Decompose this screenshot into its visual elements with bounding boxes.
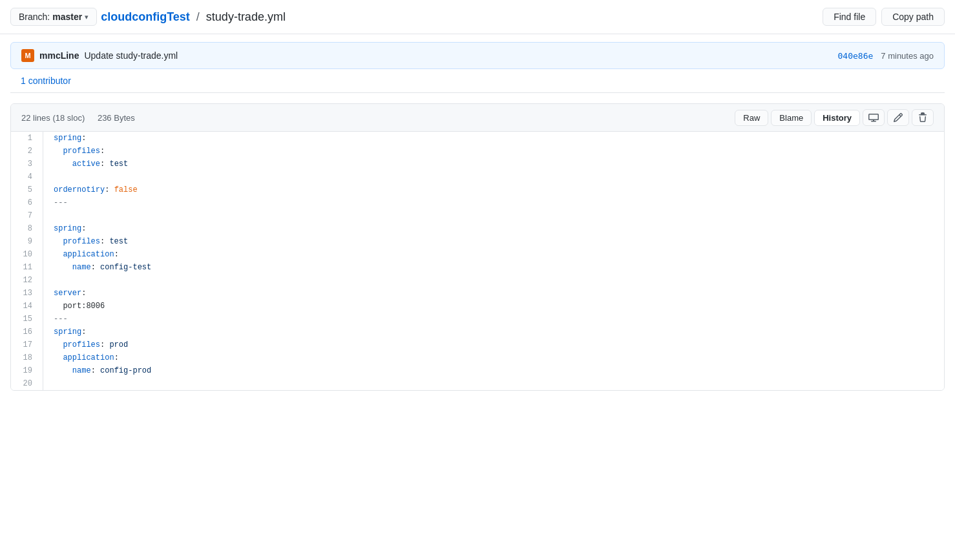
find-file-button[interactable]: Find file bbox=[823, 8, 876, 26]
file-lines: 22 lines (18 sloc) bbox=[21, 113, 85, 123]
table-row: 12 bbox=[11, 274, 944, 287]
file-size: 236 Bytes bbox=[98, 113, 135, 123]
table-row: 4 bbox=[11, 171, 944, 183]
branch-selector[interactable]: Branch: master ▾ bbox=[10, 8, 97, 26]
line-content: active: test bbox=[43, 158, 138, 171]
table-row: 17 profiles: prod bbox=[11, 338, 944, 351]
line-number: 20 bbox=[11, 377, 43, 390]
table-row: 15--- bbox=[11, 313, 944, 326]
commit-meta: 040e86e 7 minutes ago bbox=[838, 51, 934, 61]
raw-button[interactable]: Raw bbox=[735, 110, 768, 126]
code-body: 1spring:2 profiles:3 active: test4 5orde… bbox=[11, 132, 944, 390]
line-number: 13 bbox=[11, 287, 43, 300]
line-number: 14 bbox=[11, 300, 43, 313]
table-row: 13server: bbox=[11, 287, 944, 300]
table-row: 14 port:8006 bbox=[11, 300, 944, 313]
line-number: 4 bbox=[11, 171, 43, 183]
line-content: profiles: prod bbox=[43, 338, 138, 351]
table-row: 5ordernotiry: false bbox=[11, 183, 944, 196]
contributor-link[interactable]: 1 contributor bbox=[21, 76, 71, 86]
line-content bbox=[43, 209, 68, 222]
branch-name: master bbox=[52, 12, 82, 22]
line-content: profiles: test bbox=[43, 235, 138, 248]
table-row: 9 profiles: test bbox=[11, 235, 944, 248]
line-number: 17 bbox=[11, 338, 43, 351]
line-content: spring: bbox=[43, 132, 96, 145]
line-content bbox=[43, 274, 68, 287]
table-row: 20 bbox=[11, 377, 944, 390]
line-number: 18 bbox=[11, 351, 43, 364]
commit-hash[interactable]: 040e86e bbox=[838, 51, 874, 61]
top-bar: Branch: master ▾ cloudconfigTest / study… bbox=[0, 0, 955, 34]
line-number: 6 bbox=[11, 196, 43, 209]
line-content: server: bbox=[43, 287, 96, 300]
copy-path-button[interactable]: Copy path bbox=[881, 8, 945, 26]
commit-time: 7 minutes ago bbox=[881, 51, 934, 61]
table-row: 19 name: config-prod bbox=[11, 364, 944, 377]
line-number: 11 bbox=[11, 261, 43, 274]
commit-bar: M mmcLine Update study-trade.yml 040e86e… bbox=[10, 42, 945, 69]
table-row: 18 application: bbox=[11, 351, 944, 364]
table-row: 7 bbox=[11, 209, 944, 222]
contributor-bar: 1 contributor bbox=[10, 69, 945, 93]
line-content: --- bbox=[43, 196, 78, 209]
history-button[interactable]: History bbox=[814, 110, 860, 126]
table-row: 11 name: config-test bbox=[11, 261, 944, 274]
commit-info: M mmcLine Update study-trade.yml bbox=[21, 49, 178, 62]
line-content: name: config-test bbox=[43, 261, 162, 274]
branch-label: Branch: bbox=[19, 12, 50, 22]
commit-message: Update study-trade.yml bbox=[84, 50, 178, 61]
line-number: 7 bbox=[11, 209, 43, 222]
file-name: study-trade.yml bbox=[206, 10, 286, 24]
line-number: 2 bbox=[11, 145, 43, 158]
chevron-down-icon: ▾ bbox=[85, 13, 89, 21]
file-meta: 22 lines (18 sloc) 236 Bytes bbox=[21, 113, 145, 123]
line-number: 10 bbox=[11, 248, 43, 261]
file-header: 22 lines (18 sloc) 236 Bytes Raw Blame H… bbox=[11, 104, 944, 132]
line-content: ordernotiry: false bbox=[43, 183, 148, 196]
line-number: 1 bbox=[11, 132, 43, 145]
breadcrumb: Branch: master ▾ cloudconfigTest / study… bbox=[10, 8, 286, 26]
desktop-icon[interactable] bbox=[863, 109, 885, 126]
table-row: 1spring: bbox=[11, 132, 944, 145]
line-content: spring: bbox=[43, 222, 96, 235]
repo-link[interactable]: cloudconfigTest bbox=[101, 10, 190, 24]
line-content: port:8006 bbox=[43, 300, 115, 313]
line-content bbox=[43, 171, 68, 183]
file-container: 22 lines (18 sloc) 236 Bytes Raw Blame H… bbox=[10, 103, 945, 391]
file-actions: Raw Blame History bbox=[735, 109, 934, 126]
table-row: 6--- bbox=[11, 196, 944, 209]
table-row: 16spring: bbox=[11, 326, 944, 338]
delete-icon[interactable] bbox=[912, 109, 934, 126]
line-number: 5 bbox=[11, 183, 43, 196]
blame-button[interactable]: Blame bbox=[771, 110, 812, 126]
line-number: 16 bbox=[11, 326, 43, 338]
top-actions: Find file Copy path bbox=[823, 8, 945, 26]
table-row: 3 active: test bbox=[11, 158, 944, 171]
line-content: --- bbox=[43, 313, 78, 326]
line-number: 15 bbox=[11, 313, 43, 326]
commit-author: mmcLine bbox=[39, 50, 79, 61]
edit-icon[interactable] bbox=[887, 109, 909, 126]
line-number: 19 bbox=[11, 364, 43, 377]
line-content bbox=[43, 377, 68, 390]
line-content: profiles: bbox=[43, 145, 115, 158]
line-content: application: bbox=[43, 351, 129, 364]
line-number: 12 bbox=[11, 274, 43, 287]
table-row: 10 application: bbox=[11, 248, 944, 261]
path-separator: / bbox=[196, 10, 200, 24]
line-number: 8 bbox=[11, 222, 43, 235]
line-number: 9 bbox=[11, 235, 43, 248]
line-number: 3 bbox=[11, 158, 43, 171]
table-row: 2 profiles: bbox=[11, 145, 944, 158]
line-content: name: config-prod bbox=[43, 364, 162, 377]
line-content: spring: bbox=[43, 326, 96, 338]
avatar: M bbox=[21, 49, 34, 62]
line-content: application: bbox=[43, 248, 129, 261]
table-row: 8spring: bbox=[11, 222, 944, 235]
